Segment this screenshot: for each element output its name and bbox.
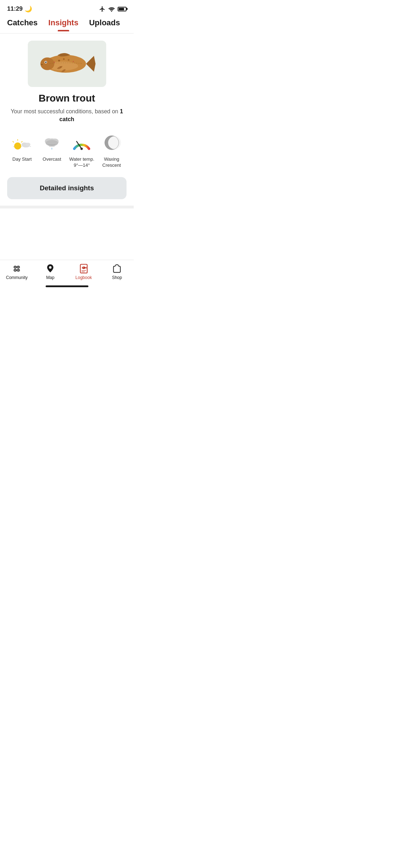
nav-community[interactable]: Community	[6, 264, 28, 280]
svg-rect-47	[115, 266, 119, 267]
conditions-row: Day Start	[7, 132, 127, 169]
main-content: Brown trout Your most successful conditi…	[0, 33, 134, 260]
fish-card: Brown trout Your most successful conditi…	[7, 41, 127, 211]
condition-overcast: Overcast	[37, 132, 67, 162]
svg-point-10	[68, 59, 69, 61]
svg-point-28	[81, 148, 83, 150]
svg-point-3	[40, 57, 54, 70]
svg-line-16	[21, 141, 22, 142]
fish-name: Brown trout	[38, 93, 95, 104]
condition-water-temp: Water temp.9°—14°	[67, 132, 97, 169]
moon-status-icon: 🌙	[25, 5, 32, 13]
day-start-icon	[11, 132, 33, 154]
airplane-icon	[99, 6, 106, 12]
condition-day-start: Day Start	[7, 132, 37, 162]
svg-point-42	[82, 267, 86, 269]
svg-point-33	[15, 267, 16, 268]
svg-point-0	[111, 11, 112, 12]
community-label: Community	[6, 275, 28, 280]
svg-point-20	[26, 143, 30, 146]
logbook-label: Logbook	[76, 275, 92, 280]
home-indicator	[46, 285, 88, 287]
svg-point-6	[45, 62, 46, 62]
svg-point-39	[18, 270, 19, 271]
svg-point-9	[53, 62, 55, 63]
fish-description: Your most successful conditions, based o…	[7, 108, 127, 124]
top-tabs: Catches Insights Uploads	[0, 16, 134, 33]
day-start-label: Day Start	[12, 156, 32, 162]
svg-rect-46	[114, 266, 120, 273]
nav-map[interactable]: Map	[40, 264, 61, 280]
svg-point-35	[18, 267, 19, 268]
svg-point-30	[108, 136, 121, 149]
battery-icon	[118, 7, 127, 11]
svg-point-14	[14, 143, 21, 150]
shop-label: Shop	[112, 275, 122, 280]
svg-line-17	[12, 141, 14, 142]
svg-point-5	[45, 61, 46, 63]
bottom-nav: Community Map Logbook	[0, 260, 134, 289]
section-divider	[0, 206, 134, 208]
nav-shop[interactable]: Shop	[106, 264, 128, 280]
time-display: 11:29	[7, 5, 22, 12]
community-icon	[12, 264, 22, 274]
water-temp-label: Water temp.9°—14°	[69, 156, 94, 169]
svg-point-37	[15, 270, 16, 271]
waxing-crescent-label: Waxing Crescent	[97, 156, 127, 169]
svg-point-7	[58, 60, 60, 61]
svg-point-43	[83, 267, 83, 268]
shop-icon	[112, 264, 122, 274]
water-temp-icon	[71, 132, 92, 154]
svg-point-11	[73, 61, 74, 62]
tab-insights[interactable]: Insights	[48, 18, 78, 31]
map-label: Map	[46, 275, 54, 280]
status-time: 11:29 🌙	[7, 5, 32, 13]
svg-point-40	[49, 266, 52, 269]
nav-logbook[interactable]: Logbook	[73, 264, 94, 280]
status-icons	[99, 6, 127, 12]
wifi-icon	[108, 6, 115, 12]
fish-illustration	[35, 50, 99, 78]
tab-uploads[interactable]: Uploads	[89, 18, 120, 31]
map-icon	[45, 264, 55, 274]
overcast-icon	[41, 132, 63, 154]
description-text: Your most successful conditions, based o…	[11, 108, 118, 114]
waxing-crescent-icon	[101, 132, 122, 154]
svg-point-8	[63, 58, 64, 60]
svg-point-12	[60, 66, 61, 68]
status-bar: 11:29 🌙	[0, 0, 134, 16]
detailed-insights-button[interactable]: Detailed insights	[7, 177, 127, 199]
tab-catches[interactable]: Catches	[7, 18, 38, 31]
logbook-icon	[79, 264, 89, 274]
overcast-label: Overcast	[43, 156, 61, 162]
fish-image-container	[28, 41, 106, 87]
condition-waxing-crescent: Waxing Crescent	[97, 132, 127, 169]
